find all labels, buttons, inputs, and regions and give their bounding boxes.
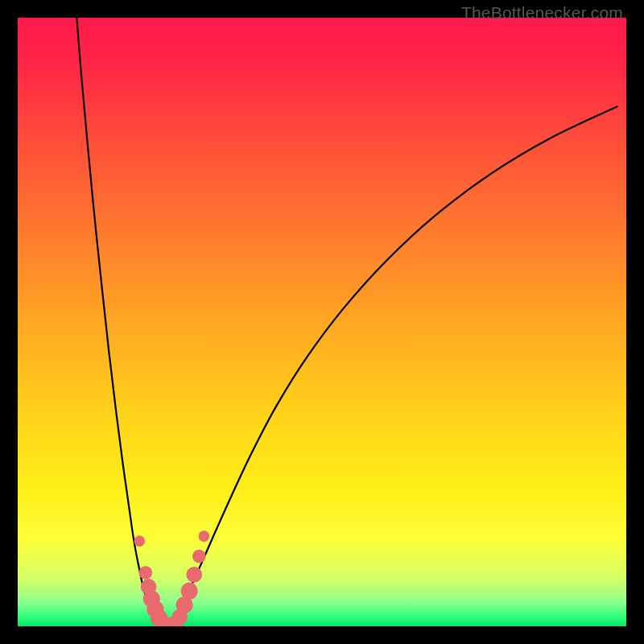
right-curve (163, 106, 617, 626)
left-curve (76, 18, 163, 626)
data-marker (192, 550, 206, 564)
data-markers (134, 530, 209, 626)
data-marker (186, 567, 202, 583)
data-marker (134, 535, 145, 547)
curves-layer (18, 18, 626, 626)
chart-frame: TheBottlenecker.com (0, 0, 644, 644)
plot-area (18, 18, 626, 626)
data-marker (138, 566, 152, 580)
watermark-text: TheBottlenecker.com (461, 3, 623, 23)
data-marker (181, 583, 198, 600)
data-marker (199, 530, 210, 542)
